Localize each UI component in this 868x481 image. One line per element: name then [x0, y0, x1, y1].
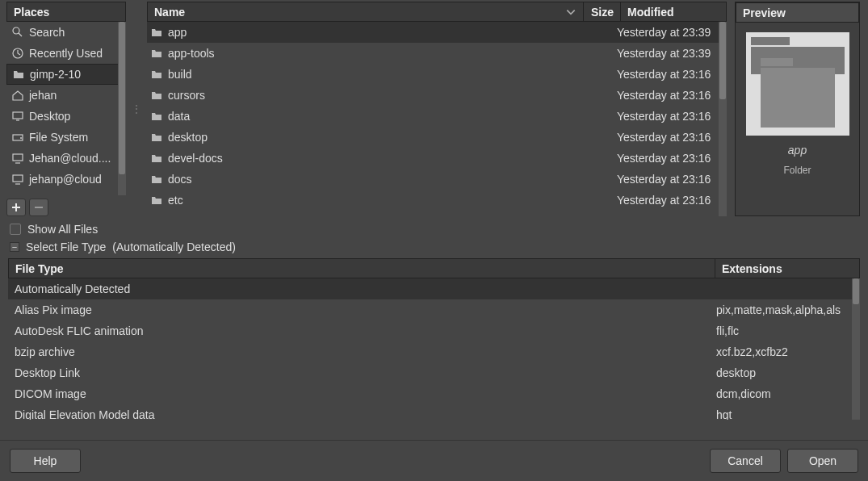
places-header[interactable]: Places	[6, 2, 126, 22]
select-file-type-label: Select File Type	[26, 240, 106, 253]
column-size-label: Size	[591, 6, 614, 19]
sidebar-item-file-system[interactable]: File System	[6, 127, 126, 148]
file-row[interactable]: etcYesterday at 23:16	[147, 190, 727, 211]
svg-point-0	[13, 27, 19, 34]
filetype-scrollbar[interactable]	[852, 278, 860, 420]
filetype-ext: desktop	[716, 366, 853, 379]
cancel-button-label: Cancel	[728, 454, 763, 467]
file-name: cursors	[168, 89, 205, 102]
file-row[interactable]: devel-docsYesterday at 23:16	[147, 148, 727, 169]
folder-icon	[150, 152, 163, 165]
file-row[interactable]: app-toolsYesterday at 23:39	[147, 43, 727, 64]
filetype-ext: hgt	[716, 408, 853, 420]
file-modified: Yesterday at 23:16	[614, 173, 720, 186]
column-header-modified[interactable]: Modified	[621, 2, 726, 21]
sidebar-item-jehan[interactable]: jehan	[6, 85, 126, 106]
file-row[interactable]: appYesterday at 23:39	[147, 22, 727, 43]
file-modified: Yesterday at 23:16	[614, 152, 720, 165]
folder-icon	[12, 68, 25, 81]
file-name: devel-docs	[168, 152, 223, 165]
preview-header: Preview	[736, 2, 859, 23]
file-type-expander[interactable]: − Select File Type (Automatically Detect…	[10, 240, 858, 253]
network-icon	[11, 173, 24, 186]
sidebar-item-label: Desktop	[29, 110, 70, 123]
file-modified: Yesterday at 23:16	[614, 110, 720, 123]
file-row[interactable]: buildYesterday at 23:16	[147, 64, 727, 85]
checkbox-icon	[10, 224, 21, 235]
sidebar-item-label: jehan	[29, 89, 57, 102]
file-name: etc	[168, 194, 183, 207]
clock-icon	[11, 47, 24, 60]
file-row[interactable]: cursorsYesterday at 23:16	[147, 85, 727, 106]
sort-chevron-icon	[565, 6, 577, 18]
filetype-header-label: File Type	[15, 262, 64, 275]
open-button-label: Open	[809, 454, 837, 467]
preview-header-label: Preview	[743, 6, 786, 19]
search-icon	[11, 26, 24, 39]
folder-icon	[150, 47, 163, 60]
extensions-header-label: Extensions	[722, 262, 782, 275]
preview-filename: app	[788, 144, 807, 157]
help-button-label: Help	[34, 454, 57, 467]
file-header-row: Name Size Modified	[147, 2, 727, 22]
filetype-name: DICOM image	[15, 387, 716, 400]
svg-rect-5	[13, 154, 23, 161]
filetype-row[interactable]: Alias Pix imagepix,matte,mask,alpha,als	[8, 299, 860, 320]
file-name: app-tools	[168, 47, 215, 60]
folder-icon	[150, 26, 163, 39]
sidebar-item-desktop[interactable]: Desktop	[6, 106, 126, 127]
column-header-extensions[interactable]: Extensions	[715, 259, 859, 278]
column-header-name[interactable]: Name	[148, 2, 584, 21]
file-type-header-row: File Type Extensions	[8, 258, 860, 278]
folder-icon	[150, 173, 163, 186]
sidebar-item-jehan-cloud-[interactable]: Jehan@cloud....	[6, 148, 126, 169]
remove-bookmark-button[interactable]	[29, 199, 48, 216]
column-name-label: Name	[154, 6, 185, 19]
splitter[interactable]	[134, 2, 139, 216]
folder-icon	[150, 68, 163, 81]
dialog-button-bar: Help Cancel Open	[0, 440, 868, 481]
places-panel: Places SearchRecently Usedgimp-2-10jehan…	[6, 2, 126, 216]
filetype-name: Desktop Link	[15, 366, 716, 379]
file-name: data	[168, 110, 190, 123]
file-row[interactable]: dataYesterday at 23:16	[147, 106, 727, 127]
places-list: SearchRecently Usedgimp-2-10jehanDesktop…	[6, 22, 126, 195]
open-button[interactable]: Open	[787, 449, 858, 473]
file-row[interactable]: docsYesterday at 23:16	[147, 169, 727, 190]
cancel-button[interactable]: Cancel	[710, 449, 781, 473]
show-all-files-label: Show All Files	[27, 223, 98, 236]
filetype-name: Digital Elevation Model data	[15, 408, 716, 420]
sidebar-item-jehanp-cloud[interactable]: jehanp@cloud	[6, 169, 126, 190]
filetype-row[interactable]: Desktop Linkdesktop	[8, 362, 860, 383]
folder-icon	[150, 89, 163, 102]
sidebar-item-label: Recently Used	[29, 47, 103, 60]
filetype-row[interactable]: Automatically Detected	[8, 278, 860, 299]
sidebar-item-gimp-2-10[interactable]: gimp-2-10	[6, 64, 126, 85]
filetype-row[interactable]: AutoDesk FLIC animationfli,flc	[8, 320, 860, 341]
add-bookmark-button[interactable]	[6, 199, 26, 216]
file-scrollbar[interactable]	[719, 22, 727, 216]
network-icon	[11, 152, 24, 165]
places-scrollbar[interactable]	[118, 22, 126, 195]
show-all-files-option[interactable]: Show All Files	[10, 223, 858, 236]
filetype-row[interactable]: Digital Elevation Model datahgt	[8, 404, 860, 420]
sidebar-item-recently-used[interactable]: Recently Used	[6, 43, 126, 64]
column-header-filetype[interactable]: File Type	[9, 259, 715, 278]
help-button[interactable]: Help	[10, 449, 81, 473]
column-header-size[interactable]: Size	[584, 2, 621, 21]
filetype-name: AutoDesk FLIC animation	[15, 324, 716, 337]
file-name: desktop	[168, 131, 208, 144]
svg-rect-6	[13, 175, 23, 182]
file-list: appYesterday at 23:39app-toolsYesterday …	[147, 22, 727, 216]
desktop-icon	[11, 110, 24, 123]
folder-icon	[746, 32, 849, 136]
filetype-ext: xcf.bz2,xcfbz2	[716, 345, 853, 358]
file-modified: Yesterday at 23:16	[614, 89, 720, 102]
filetype-row[interactable]: DICOM imagedcm,dicom	[8, 383, 860, 404]
sidebar-item-search[interactable]: Search	[6, 22, 126, 43]
home-icon	[11, 89, 24, 102]
file-type-panel: File Type Extensions Automatically Detec…	[8, 258, 860, 420]
filetype-row[interactable]: bzip archivexcf.bz2,xcfbz2	[8, 341, 860, 362]
file-type-list: Automatically DetectedAlias Pix imagepix…	[8, 278, 860, 420]
file-row[interactable]: desktopYesterday at 23:16	[147, 127, 727, 148]
